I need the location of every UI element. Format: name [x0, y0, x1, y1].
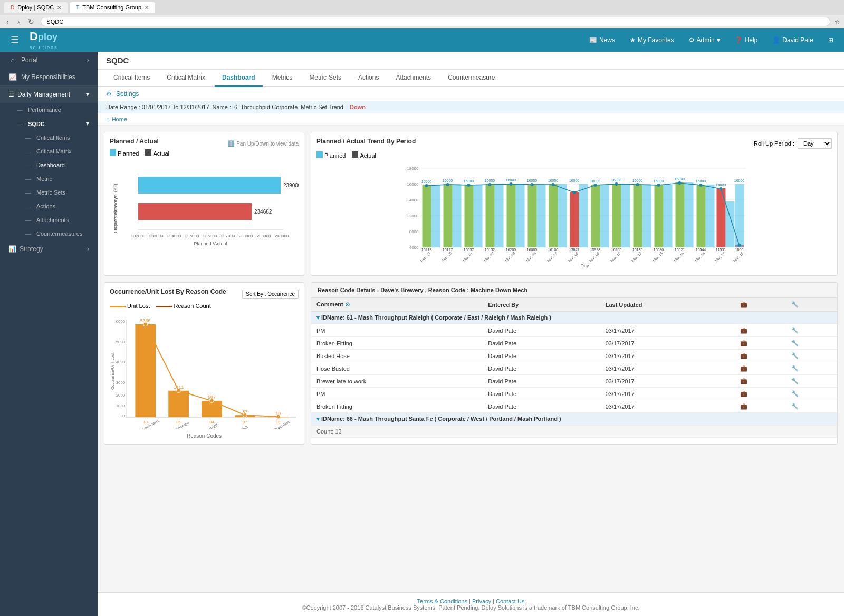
- briefcase-6[interactable]: 💼: [735, 388, 786, 400]
- sidebar-item-dailymgmt[interactable]: ☰ Daily Management ▾: [0, 86, 98, 103]
- tab-critical-matrix[interactable]: Critical Matrix: [159, 70, 213, 87]
- wrench-2[interactable]: 🔧: [786, 337, 837, 350]
- nav-back[interactable]: ‹: [4, 17, 11, 26]
- collapse-arrow-66[interactable]: ▾: [316, 416, 320, 422]
- sidebar-item-critical-items[interactable]: Critical Items: [6, 131, 98, 145]
- breadcrumb-bar[interactable]: ⌂ Home: [98, 113, 844, 126]
- wrench-4[interactable]: 🔧: [786, 362, 837, 375]
- sort-by-button[interactable]: Sort By : Occurrence: [242, 290, 299, 299]
- briefcase-icon[interactable]: 💼: [740, 378, 747, 384]
- briefcase-3[interactable]: 💼: [735, 350, 786, 362]
- briefcase-4[interactable]: 💼: [735, 362, 786, 375]
- nav-help[interactable]: ❓ Help: [731, 34, 762, 46]
- roll-up-select[interactable]: DayWeekMonth: [798, 138, 832, 149]
- help-icon: ❓: [735, 36, 743, 44]
- tab-metric-sets[interactable]: Metric-Sets: [302, 70, 349, 87]
- sidebar-item-critical-matrix[interactable]: Critical Matrix: [6, 145, 98, 158]
- wrench-3[interactable]: 🔧: [786, 350, 837, 362]
- wrench-7[interactable]: 🔧: [786, 400, 837, 413]
- nav-forward[interactable]: ›: [15, 17, 22, 26]
- browser-tab-tbm[interactable]: T TBM Consulting Group ✕: [70, 2, 155, 13]
- tab-close-tbm[interactable]: ✕: [145, 5, 149, 11]
- nav-grid[interactable]: ⊞: [824, 34, 838, 46]
- wrench-icon[interactable]: 🔧: [791, 390, 799, 397]
- wrench-icon[interactable]: 🔧: [791, 378, 799, 384]
- wrench-icon[interactable]: 🔧: [791, 403, 799, 409]
- sidebar-item-metric[interactable]: Metric: [6, 172, 98, 186]
- briefcase-1[interactable]: 💼: [735, 324, 786, 337]
- nav-admin[interactable]: ⚙ Admin ▾: [685, 34, 724, 46]
- svg-text:Mar, 15: Mar, 15: [673, 251, 685, 263]
- reason-table-container[interactable]: Comment ⊙ Entered By Last Updated 💼 🔧: [311, 298, 837, 438]
- sidebar-item-performance[interactable]: Performance: [0, 103, 98, 117]
- info-icon[interactable]: ℹ️ Pan Up/Down to view data: [227, 140, 299, 147]
- sidebar-item-countermeasures[interactable]: Countermeasures: [6, 227, 98, 240]
- wrench-5[interactable]: 🔧: [786, 375, 837, 388]
- home-breadcrumb-label[interactable]: Home: [112, 116, 127, 122]
- trend-chart-box: Planned / Actual Trend By Period Roll Up…: [311, 132, 838, 276]
- bookmark-icon[interactable]: ☆: [835, 18, 840, 25]
- nav-news[interactable]: 📰 News: [585, 34, 619, 46]
- table-row: PM David Pate 03/17/2017 💼 🔧: [311, 324, 837, 337]
- settings-bar[interactable]: ⚙ Settings: [98, 87, 844, 101]
- main-layout: ⌂ Portal › 📈 My Responsibilities ☰ Daily…: [0, 52, 844, 616]
- sidebar-item-portal[interactable]: ⌂ Portal ›: [0, 52, 98, 69]
- hamburger-menu[interactable]: ☰: [6, 32, 23, 48]
- briefcase-icon[interactable]: 💼: [740, 352, 747, 359]
- group-label-61[interactable]: ▾ IDName: 61 - Mash Throughput Raleigh (…: [311, 312, 837, 324]
- svg-text:Mar, 02: Mar, 02: [483, 251, 495, 263]
- tab-dashboard[interactable]: Dashboard: [215, 70, 263, 87]
- privacy-link[interactable]: Privacy: [472, 598, 491, 604]
- briefcase-icon[interactable]: 💼: [740, 340, 747, 346]
- sidebar-item-dashboard[interactable]: Dashboard: [6, 158, 98, 172]
- wrench-icon[interactable]: 🔧: [791, 352, 799, 359]
- sidebar-item-actions[interactable]: Actions: [6, 199, 98, 213]
- svg-text:Feb, 28: Feb, 28: [441, 251, 453, 263]
- tab-close-dploy[interactable]: ✕: [57, 5, 61, 11]
- tab-metrics[interactable]: Metrics: [265, 70, 300, 87]
- svg-point-93: [531, 183, 534, 186]
- browser-tab-dploy[interactable]: D Dploy | SQDC ✕: [4, 2, 68, 13]
- sidebar-item-responsibilities[interactable]: 📈 My Responsibilities: [0, 69, 98, 85]
- group-row-61: ▾ IDName: 61 - Mash Throughput Raleigh (…: [311, 312, 837, 324]
- comment-hose-busted: Hose Busted: [311, 362, 483, 375]
- tab-critical-items[interactable]: Critical Items: [106, 70, 157, 87]
- tab-attachments[interactable]: Attachments: [388, 70, 438, 87]
- nav-user[interactable]: 👤 David Pate: [768, 34, 818, 46]
- svg-rect-85: [735, 184, 744, 247]
- briefcase-7[interactable]: 💼: [735, 400, 786, 413]
- sidebar-item-attachments[interactable]: Attachments: [6, 213, 98, 227]
- sort-comment-icon[interactable]: ⊙: [345, 301, 350, 307]
- briefcase-5[interactable]: 💼: [735, 375, 786, 388]
- terms-link[interactable]: Terms & Conditions: [417, 598, 467, 604]
- wrench-1[interactable]: 🔧: [786, 324, 837, 337]
- briefcase-2[interactable]: 💼: [735, 337, 786, 350]
- wrench-6[interactable]: 🔧: [786, 388, 837, 400]
- svg-text:238000: 238000: [239, 234, 253, 238]
- sidebar-item-sqdc[interactable]: SQDC ▾: [0, 117, 98, 131]
- sidebar-item-metric-sets[interactable]: Metric Sets: [6, 186, 98, 199]
- briefcase-icon[interactable]: 💼: [740, 327, 747, 333]
- briefcase-icon[interactable]: 💼: [740, 390, 747, 397]
- sidebar-attachments-label: Attachments: [36, 217, 69, 223]
- collapse-arrow-61[interactable]: ▾: [316, 314, 320, 321]
- wrench-icon[interactable]: 🔧: [791, 340, 799, 346]
- svg-text:16000: 16000: [443, 179, 453, 182]
- contact-link[interactable]: Contact Us: [496, 598, 524, 604]
- tab-actions[interactable]: Actions: [351, 70, 386, 87]
- briefcase-icon[interactable]: 💼: [740, 403, 747, 409]
- sidebar-item-strategy[interactable]: 📊 Strategy ›: [0, 240, 98, 257]
- nav-refresh[interactable]: ↻: [26, 17, 36, 26]
- tab-countermeasure[interactable]: Countermeasure: [440, 70, 502, 87]
- browser-chrome: D Dploy | SQDC ✕ T TBM Consulting Group …: [0, 0, 844, 15]
- svg-point-98: [636, 183, 639, 186]
- nav-favorites[interactable]: ★ My Favorites: [626, 34, 678, 46]
- wrench-icon[interactable]: 🔧: [791, 327, 799, 333]
- group-label-66[interactable]: ▾ IDName: 66 - Mash Throughput Santa Fe …: [311, 413, 837, 426]
- planned-legend-label: Planned: [118, 150, 139, 157]
- address-input[interactable]: [41, 17, 830, 26]
- count-empty-2: [600, 426, 735, 438]
- wrench-icon[interactable]: 🔧: [791, 365, 799, 371]
- briefcase-icon[interactable]: 💼: [740, 365, 747, 371]
- planned-actual-svg: Organization Level (All) 239000 234682 D…: [110, 161, 299, 256]
